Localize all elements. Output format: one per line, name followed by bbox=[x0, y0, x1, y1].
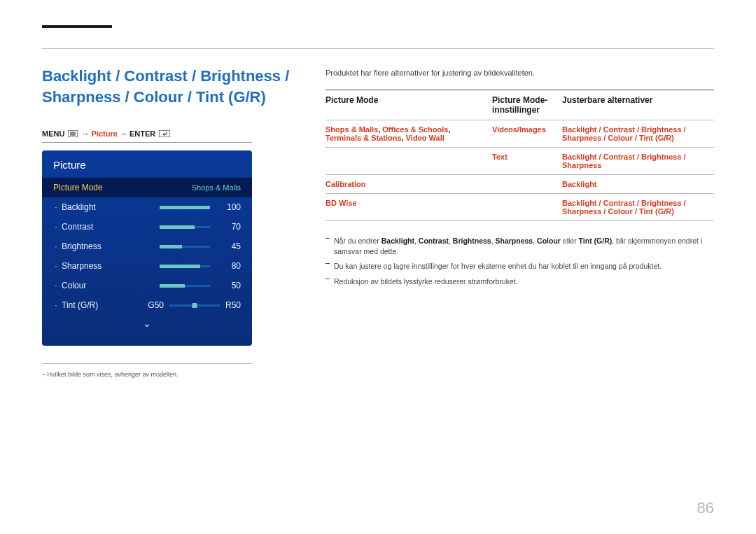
osd-value: 100 bbox=[217, 202, 241, 212]
value-slider[interactable] bbox=[160, 226, 210, 228]
footnote-rule bbox=[42, 363, 252, 364]
intro-text: Produktet har flere alternativer for jus… bbox=[326, 69, 535, 77]
cell-options: Backlight / Contrast / Brightness / Shar… bbox=[562, 153, 714, 169]
bullet-icon: · bbox=[53, 281, 59, 290]
osd-row[interactable]: ·Colour50 bbox=[53, 276, 241, 295]
osd-label: Picture Mode bbox=[53, 183, 120, 192]
tint-slider[interactable] bbox=[169, 304, 220, 307]
osd-row-picture-mode[interactable]: Picture Mode Shops & Malls bbox=[42, 178, 252, 197]
osd-label: Brightness bbox=[62, 241, 129, 251]
chevron-down-icon[interactable]: ⌄ bbox=[53, 318, 241, 329]
svg-rect-4 bbox=[159, 130, 170, 137]
osd-value: 50 bbox=[217, 281, 241, 290]
menu-path: MENU → Picture → ENTER bbox=[42, 129, 172, 139]
model-footnote: Hvilket bilde som vises, avhenger av mod… bbox=[42, 371, 178, 378]
osd-value: 70 bbox=[217, 222, 241, 232]
osd-label: Contrast bbox=[62, 222, 129, 232]
note-line: Du kan justere og lagre innstillinger fo… bbox=[326, 261, 714, 272]
value-slider[interactable] bbox=[160, 206, 210, 209]
cell-options: Backlight / Contrast / Brightness / Shar… bbox=[562, 199, 714, 216]
table-row: CalibrationBacklight bbox=[326, 174, 714, 193]
bullet-icon: · bbox=[53, 300, 59, 310]
osd-value: 45 bbox=[217, 241, 241, 251]
bullet-icon: · bbox=[53, 241, 59, 251]
page-title: Backlight / Contrast / Brightness / Shar… bbox=[42, 66, 308, 107]
path-underline bbox=[42, 142, 252, 143]
osd-label: Colour bbox=[62, 281, 129, 290]
bullet-icon: · bbox=[53, 222, 59, 232]
cell-setting: Text bbox=[492, 153, 562, 169]
path-picture: Picture bbox=[92, 129, 118, 138]
osd-row[interactable]: ·Sharpness80 bbox=[53, 256, 241, 276]
osd-row[interactable]: ·Backlight100 bbox=[53, 197, 241, 217]
bullet-icon: · bbox=[53, 202, 59, 212]
cell-mode: Calibration bbox=[326, 180, 492, 188]
value-slider[interactable] bbox=[160, 246, 210, 248]
cell-mode bbox=[326, 153, 492, 169]
path-enter: ENTER bbox=[130, 129, 155, 138]
cell-setting bbox=[492, 199, 562, 216]
osd-title: Picture bbox=[53, 159, 241, 171]
th-settings: Picture Mode-innstillinger bbox=[492, 95, 562, 115]
page-top-rule bbox=[42, 48, 714, 49]
value-slider[interactable] bbox=[160, 285, 210, 287]
osd-label: Backlight bbox=[62, 202, 129, 212]
osd-value: 80 bbox=[217, 261, 241, 271]
cell-options: Backlight bbox=[562, 180, 714, 188]
table-row: TextBacklight / Contrast / Brightness / … bbox=[326, 147, 714, 174]
osd-row-tint[interactable]: · Tint (G/R) G50 R50 bbox=[53, 295, 241, 315]
bullet-icon: · bbox=[53, 261, 59, 271]
cell-options: Backlight / Contrast / Brightness / Shar… bbox=[562, 125, 714, 142]
th-picture-mode: Picture Mode bbox=[326, 95, 492, 115]
osd-panel: Picture Picture Mode Shops & Malls ·Back… bbox=[42, 150, 252, 346]
options-table: Picture Mode Picture Mode-innstillinger … bbox=[326, 90, 714, 221]
th-adjustable: Justerbare alternativer bbox=[562, 95, 714, 115]
cell-setting: Videos/Images bbox=[492, 125, 562, 142]
osd-label: Sharpness bbox=[62, 261, 129, 271]
path-menu: MENU bbox=[42, 129, 64, 138]
osd-value: Shops & Malls bbox=[192, 183, 241, 192]
page-number: 86 bbox=[697, 499, 714, 517]
value-slider[interactable] bbox=[160, 265, 210, 267]
cell-mode: BD Wise bbox=[326, 199, 492, 216]
tint-g: G50 bbox=[148, 300, 164, 310]
cell-setting bbox=[492, 180, 562, 188]
tint-r: R50 bbox=[225, 300, 241, 310]
cell-mode: Shops & Malls, Offices & Schools, Termin… bbox=[326, 125, 492, 142]
table-row: Shops & Malls, Offices & Schools, Termin… bbox=[326, 120, 714, 147]
notes-block: Når du endrer Backlight, Contrast, Brigh… bbox=[326, 236, 714, 291]
table-row: BD WiseBacklight / Contrast / Brightness… bbox=[326, 193, 714, 221]
osd-row[interactable]: ·Contrast70 bbox=[53, 217, 241, 237]
note-line: Reduksjon av bildets lysstyrke reduserer… bbox=[326, 276, 714, 287]
osd-label: Tint (G/R) bbox=[62, 300, 129, 310]
note-line: Når du endrer Backlight, Contrast, Brigh… bbox=[326, 236, 714, 257]
enter-icon bbox=[159, 130, 170, 139]
osd-row[interactable]: ·Brightness45 bbox=[53, 237, 241, 256]
section-tab-marker bbox=[42, 25, 112, 49]
menu-icon bbox=[68, 130, 78, 139]
